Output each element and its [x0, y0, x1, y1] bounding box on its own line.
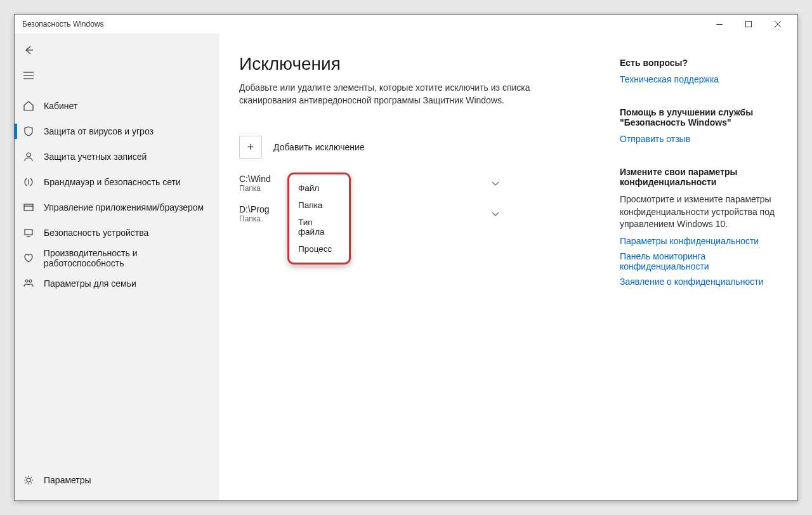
sidebar-item-label: Параметры для семьи	[44, 278, 136, 289]
sidebar-item-label: Безопасность устройства	[44, 228, 148, 238]
aside-heading: Есть вопросы?	[620, 58, 785, 68]
aside-section-privacy: Измените свои параметры конфиденциальнос…	[620, 167, 785, 287]
app-window: Безопасность Windows	[14, 14, 798, 501]
svg-rect-1	[746, 22, 752, 27]
sidebar-item-label: Защита от вирусов и угроз	[44, 126, 154, 136]
sidebar-item-app[interactable]: Управление приложениями/браузером	[15, 195, 219, 220]
add-exclusion-label: Добавить исключение	[273, 142, 365, 152]
svg-point-15	[27, 478, 30, 482]
menu-item-process[interactable]: Процесс	[289, 240, 349, 258]
chevron-down-icon	[492, 209, 499, 219]
aside-section-help: Есть вопросы? Техническая поддержка	[620, 58, 785, 84]
shield-icon	[22, 125, 35, 138]
sidebar-item-device[interactable]: Безопасность устройства	[15, 220, 219, 245]
sidebar-item-home[interactable]: Кабинет	[15, 93, 219, 119]
plus-icon: +	[239, 136, 262, 159]
gear-icon	[22, 474, 35, 486]
svg-rect-9	[24, 204, 33, 211]
exclusion-path: D:\Prog	[239, 204, 269, 214]
aside-heading: Помощь в улучшении службы "Безопасность …	[620, 107, 785, 127]
add-exclusion-menu: Файл Папка Тип файла Процесс	[287, 173, 351, 264]
family-icon	[22, 277, 35, 290]
exclusion-type: Папка	[239, 214, 269, 223]
minimize-button[interactable]	[705, 15, 734, 34]
menu-button[interactable]	[15, 63, 43, 88]
sidebar-item-account[interactable]: Защита учетных записей	[15, 144, 219, 169]
page-description: Добавьте или удалите элементы, которые х…	[239, 82, 537, 107]
chevron-down-icon	[492, 178, 499, 188]
aside-text: Просмотрите и измените параметры конфиде…	[620, 193, 785, 231]
link-tech-support[interactable]: Техническая поддержка	[620, 74, 785, 84]
sidebar-item-label: Производительность и работоспособность	[44, 248, 219, 268]
main-panel: Исключения Добавьте или удалите элементы…	[239, 54, 594, 500]
exclusion-item[interactable]: D:\Prog Папка	[239, 200, 499, 231]
exclusion-path: C:\Wind	[239, 174, 271, 184]
add-exclusion-button[interactable]: + Добавить исключение	[239, 136, 594, 159]
heart-icon	[22, 252, 35, 264]
aside-panel: Есть вопросы? Техническая поддержка Помо…	[620, 54, 785, 500]
content-area: Исключения Добавьте или удалите элементы…	[219, 34, 797, 500]
sidebar-item-label: Кабинет	[44, 101, 77, 111]
link-privacy-dashboard[interactable]: Панель мониторинга конфиденциальности	[620, 251, 785, 271]
exclusion-item[interactable]: C:\Wind Папка	[239, 170, 499, 200]
sidebar: Кабинет Защита от вирусов и угроз Защита…	[15, 34, 219, 500]
aside-heading: Измените свои параметры конфиденциальнос…	[620, 167, 785, 187]
back-button[interactable]	[15, 37, 43, 63]
window-controls	[705, 15, 792, 34]
device-icon	[22, 226, 35, 239]
sidebar-item-label: Параметры	[44, 475, 91, 485]
close-button[interactable]	[763, 15, 792, 34]
window-title: Безопасность Windows	[20, 20, 104, 29]
svg-point-8	[27, 153, 30, 157]
sidebar-item-label: Брандмауэр и безопасность сети	[44, 177, 181, 187]
sidebar-item-performance[interactable]: Производительность и работоспособность	[15, 245, 219, 271]
network-icon	[22, 176, 35, 188]
sidebar-item-settings[interactable]: Параметры	[15, 467, 219, 493]
sidebar-item-virus[interactable]: Защита от вирусов и угроз	[15, 119, 219, 144]
person-icon	[22, 150, 35, 163]
maximize-button[interactable]	[734, 15, 763, 34]
exclusion-type: Папка	[239, 184, 271, 193]
link-send-feedback[interactable]: Отправить отзыв	[620, 134, 785, 144]
link-privacy-settings[interactable]: Параметры конфиденциальности	[620, 236, 785, 246]
svg-point-14	[29, 280, 32, 282]
sidebar-item-label: Управление приложениями/браузером	[44, 202, 204, 212]
menu-item-file[interactable]: Файл	[289, 179, 349, 197]
sidebar-item-firewall[interactable]: Брандмауэр и безопасность сети	[15, 169, 219, 195]
menu-item-folder[interactable]: Папка	[289, 197, 349, 214]
home-icon	[22, 100, 35, 112]
svg-point-13	[25, 280, 28, 282]
menu-item-file-type[interactable]: Тип файла	[289, 214, 349, 240]
page-title: Исключения	[239, 54, 594, 74]
app-icon	[22, 201, 35, 214]
sidebar-item-family[interactable]: Параметры для семьи	[15, 271, 219, 296]
aside-section-feedback: Помощь в улучшении службы "Безопасность …	[620, 107, 785, 144]
svg-rect-11	[25, 230, 32, 235]
link-privacy-statement[interactable]: Заявление о конфиденциальности	[620, 277, 785, 287]
titlebar: Безопасность Windows	[15, 15, 797, 34]
sidebar-item-label: Защита учетных записей	[44, 152, 147, 162]
